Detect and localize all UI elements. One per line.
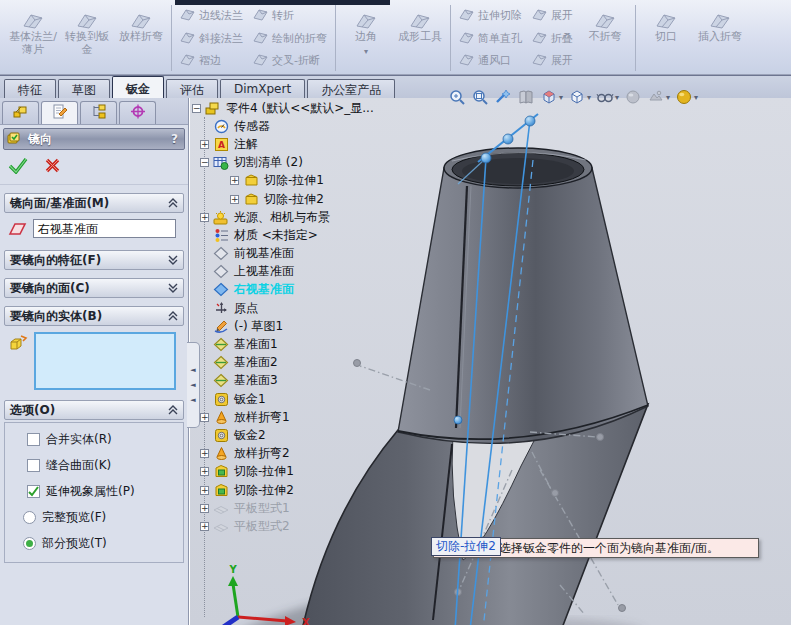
tree-item-上视基准面[interactable]: 上视基准面 <box>192 263 422 281</box>
tree-item-平板型式2[interactable]: +平板型式2 <box>192 517 422 535</box>
tree-item-切除-拉伸2[interactable]: +切除-拉伸2 <box>192 190 422 208</box>
ribbon-button-基体法兰/薄片[interactable]: 基体法兰/薄片 <box>6 3 60 73</box>
tab-DimXpert[interactable]: DimXpert <box>220 79 305 98</box>
tree-item-基准面1[interactable]: 基准面1 <box>192 335 422 353</box>
checkbox-unchecked[interactable] <box>27 459 40 472</box>
expander-plus-icon[interactable]: + <box>230 176 239 185</box>
tab-特征[interactable]: 特征 <box>4 79 56 98</box>
configurationmanager-tab[interactable] <box>80 101 117 124</box>
propertymanager-tab[interactable] <box>41 101 78 124</box>
graphics-viewport[interactable]: Y X −零件4 (默认<<默认>_显...传感器+A注解−切割清单 (2)+切… <box>190 98 791 625</box>
featuremanager-tab[interactable] <box>2 101 39 124</box>
ribbon-button-切口[interactable]: 切口 <box>639 3 693 73</box>
tree-item-(-) 草图1[interactable]: (-) 草图1 <box>192 317 422 335</box>
radio-selected[interactable] <box>23 537 36 550</box>
ribbon-button-转折[interactable]: 转折 <box>253 5 327 26</box>
checkbox-checked[interactable] <box>27 485 40 498</box>
zoom-fit-icon[interactable] <box>448 88 466 106</box>
tree-item-原点[interactable]: 原点 <box>192 299 422 317</box>
mirror-face-selection-box[interactable]: 右视基准面 <box>33 219 176 238</box>
dimxpertmanager-tab[interactable] <box>119 101 156 124</box>
dropdown-caret-icon[interactable]: ▾ <box>559 93 563 102</box>
ribbon-button-展开[interactable]: 展开 <box>532 5 573 26</box>
dropdown-caret-icon[interactable]: ▾ <box>615 93 619 102</box>
display-style-icon[interactable]: ▾ <box>568 88 591 106</box>
tree-item-注解[interactable]: +A注解 <box>192 135 422 153</box>
group-mirror-face-header[interactable]: 镜向面/基准面(M) <box>4 193 184 213</box>
bodies-selection-list[interactable] <box>34 332 176 390</box>
tree-item-零件4 (默认<<默认>_显...[interactable]: −零件4 (默认<<默认>_显... <box>192 99 422 117</box>
previous-view-icon[interactable] <box>494 88 512 106</box>
hide-show-items-icon[interactable]: ▾ <box>596 88 619 106</box>
expander-plus-icon[interactable]: + <box>200 467 209 476</box>
dropdown-caret-icon[interactable]: ▾ <box>364 45 368 58</box>
expander-plus-icon[interactable]: + <box>200 522 209 531</box>
ribbon-button-边线法兰[interactable]: 边线法兰 <box>180 5 243 26</box>
tree-item-切除-拉伸2[interactable]: +切除-拉伸2 <box>192 481 422 499</box>
ribbon-button-不折弯[interactable]: 不折弯 <box>578 3 632 73</box>
tree-item-放样折弯2[interactable]: +放样折弯2 <box>192 445 422 463</box>
expander-plus-icon[interactable]: + <box>230 195 239 204</box>
expander-plus-icon[interactable]: + <box>200 213 209 222</box>
apply-scene-icon[interactable]: ▾ <box>647 88 670 106</box>
group-faces-header[interactable]: 要镜向的面(C) <box>4 278 184 298</box>
ok-button[interactable] <box>8 157 28 178</box>
expander-minus-icon[interactable]: − <box>200 158 209 167</box>
tab-办公室产品[interactable]: 办公室产品 <box>307 79 395 98</box>
dropdown-caret-icon[interactable]: ▾ <box>694 93 698 102</box>
cancel-button[interactable] <box>44 157 61 178</box>
ribbon-button-成形工具[interactable]: 成形工具 <box>393 3 447 73</box>
dropdown-caret-icon[interactable]: ▾ <box>587 93 591 102</box>
tab-评估[interactable]: 评估 <box>166 79 218 98</box>
expander-plus-icon[interactable]: + <box>200 486 209 495</box>
group-options-header[interactable]: 选项(O) <box>4 400 184 420</box>
tree-item-基准面3[interactable]: 基准面3 <box>192 372 422 390</box>
tree-item-平板型式1[interactable]: +平板型式1 <box>192 499 422 517</box>
group-features-header[interactable]: 要镜向的特征(F) <box>4 250 184 270</box>
ribbon-button-简单直孔[interactable]: 简单直孔 <box>459 28 522 49</box>
tree-item-基准面2[interactable]: 基准面2 <box>192 354 422 372</box>
checkbox-unchecked[interactable] <box>27 433 40 446</box>
tree-item-前视基准面[interactable]: 前视基准面 <box>192 245 422 263</box>
tree-item-材质 <未指定>[interactable]: 材质 <未指定> <box>192 226 422 244</box>
ribbon-button-交叉-折断[interactable]: 交叉-折断 <box>253 50 327 71</box>
tree-item-传感器[interactable]: 传感器 <box>192 117 422 135</box>
expander-minus-icon[interactable]: − <box>192 104 201 113</box>
ribbon-button-绘制的折弯[interactable]: 绘制的折弯 <box>253 28 327 49</box>
ribbon-button-展开[interactable]: 展开 <box>532 50 573 71</box>
panel-flyout-handle[interactable]: ◄ ◄ ◄ <box>187 342 200 428</box>
dropdown-caret-icon[interactable]: ▾ <box>666 93 670 102</box>
tree-item-光源、相机与布景[interactable]: +光源、相机与布景 <box>192 208 422 226</box>
ribbon-button-斜接法兰[interactable]: 斜接法兰 <box>180 28 243 49</box>
tree-item-放样折弯1[interactable]: +放样折弯1 <box>192 408 422 426</box>
ribbon-button-插入折弯[interactable]: 插入折弯 <box>693 3 747 73</box>
view-settings-icon[interactable]: ▾ <box>675 88 698 106</box>
zoom-area-icon[interactable] <box>471 88 489 106</box>
ribbon-button-折叠[interactable]: 折叠 <box>532 28 573 49</box>
help-icon[interactable]: ? <box>171 132 178 146</box>
tree-item-钣金2[interactable]: 钣金2 <box>192 426 422 444</box>
ribbon-button-转换到钣金[interactable]: 转换到钣金 <box>60 3 114 73</box>
tree-item-右视基准面[interactable]: 右视基准面 <box>192 281 422 299</box>
tab-草图[interactable]: 草图 <box>58 79 110 98</box>
tree-item-切除-拉伸1[interactable]: +切除-拉伸1 <box>192 172 422 190</box>
ribbon-button-放样折弯[interactable]: 放样折弯 <box>114 3 168 73</box>
view-orientation-icon[interactable]: ▾ <box>540 88 563 106</box>
group-bodies-header[interactable]: 要镜向的实体(B) <box>4 306 184 326</box>
ribbon-button-通风口[interactable]: 通风口 <box>459 50 522 71</box>
expander-plus-icon[interactable]: + <box>200 449 209 458</box>
tree-item-切割清单 (2)[interactable]: −切割清单 (2) <box>192 154 422 172</box>
ribbon-button-边角[interactable]: 边角▾ <box>339 3 393 73</box>
edit-appearance-icon[interactable] <box>624 88 642 106</box>
ribbon-button-褶边[interactable]: 褶边 <box>180 50 243 71</box>
expander-plus-icon[interactable]: + <box>200 140 209 149</box>
radio-unselected[interactable] <box>23 511 36 524</box>
expander-plus-icon[interactable]: + <box>200 504 209 513</box>
tree-item-钣金1[interactable]: 钣金1 <box>192 390 422 408</box>
ribbon-button-拉伸切除[interactable]: 拉伸切除 <box>459 5 522 26</box>
section-view-icon[interactable] <box>517 88 535 106</box>
expander-plus-icon[interactable]: + <box>200 413 209 422</box>
tree-item-切除-拉伸1[interactable]: +切除-拉伸1 <box>192 463 422 481</box>
tab-钣金[interactable]: 钣金 <box>112 76 164 98</box>
upper-cone-body[interactable] <box>398 148 648 443</box>
